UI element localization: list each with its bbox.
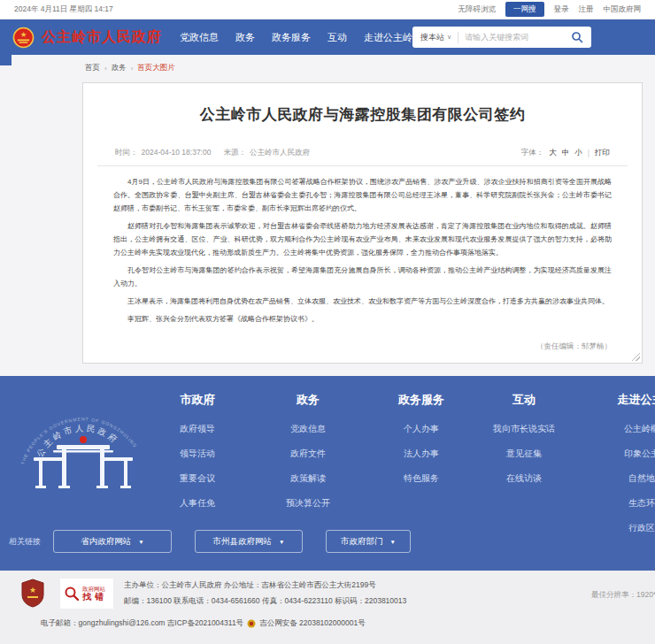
- breadcrumb-current: 首页大图片: [137, 63, 175, 73]
- breadcrumb-government[interactable]: 政务: [112, 63, 127, 73]
- badge-action-text: 找错: [82, 592, 107, 602]
- footer-link[interactable]: 在线访谈: [473, 472, 575, 485]
- breadcrumb-separator-icon: ›: [104, 65, 107, 73]
- datetime-text: 2024年 4月11日 星期四 14:17: [14, 4, 113, 15]
- best-resolution-text: 最佳分辨率：1920*1080: [591, 590, 655, 601]
- provincial-sites-dropdown[interactable]: 省内政府网站 ▼: [53, 530, 172, 553]
- footer-link[interactable]: 政策解读: [257, 472, 359, 485]
- footer-link[interactable]: 特色服务: [370, 472, 473, 485]
- divider: [458, 32, 458, 43]
- footer-link[interactable]: 个人办事: [370, 423, 473, 435]
- footer-link[interactable]: 公主岭概况: [595, 423, 655, 435]
- svg-text:★: ★: [20, 29, 27, 38]
- bottom-info-bar: ★ 政府网站 找错 主办单位：公主岭市人民政府 办公地址：吉林省公主岭市西公主大…: [0, 571, 655, 644]
- footer-link[interactable]: 生态环境: [595, 497, 655, 510]
- breadcrumb-home[interactable]: 首页: [85, 63, 100, 73]
- gov-shield-logo-icon: ★: [21, 579, 44, 608]
- article-body: 4月9日，公主岭市人民政府与海露控股集团有限公司签署战略合作框架协议，围绕涉农产…: [83, 166, 642, 326]
- font-size-medium-button[interactable]: 中: [562, 148, 570, 158]
- dropdown-label: 市州县政府网站: [213, 536, 273, 548]
- search-box: 搜本站 ∨: [412, 27, 591, 48]
- svg-text:★: ★: [29, 586, 36, 594]
- article-paragraph: 4月9日，公主岭市人民政府与海露控股集团有限公司签署战略合作框架协议，围绕涉农产…: [113, 175, 612, 215]
- badge-site-text: 政府网站: [82, 586, 107, 592]
- side-widget[interactable]: [0, 55, 12, 65]
- footer-link[interactable]: 预决算公开: [257, 497, 359, 510]
- footer-column-government: 政务 党政信息 政府文件 政策解读 预决算公开: [257, 392, 359, 522]
- search-scope-dropdown[interactable]: 搜本站 ∨: [420, 32, 451, 43]
- resize-grip-icon[interactable]: [632, 353, 640, 361]
- article-paragraph: 李冠辉、张兴金分别代表双方签署《战略合作框架协议书》。: [113, 312, 612, 326]
- footer-link[interactable]: 行政区划: [595, 522, 655, 534]
- footer-column-title[interactable]: 走进公主岭: [595, 392, 655, 408]
- print-button[interactable]: 打印: [595, 148, 610, 158]
- footer-column-services: 政务服务 个人办事 法人办事 特色服务: [370, 392, 473, 497]
- email-icp-text: 电子邮箱：gongzhulingshi@126.com 吉ICP备2021004…: [41, 618, 243, 629]
- national-emblem-icon: ★: [12, 27, 35, 49]
- site-title[interactable]: 公主岭市人民政府: [42, 28, 162, 47]
- email-icp-line: 电子邮箱：gongzhulingshi@126.com 吉ICP备2021004…: [41, 618, 366, 629]
- footer-link[interactable]: 印象公主岭: [595, 448, 655, 460]
- article-title: 公主岭市人民政府与海露控股集团有限公司签约: [83, 104, 642, 125]
- nav-item-party-info[interactable]: 党政信息: [180, 31, 219, 44]
- nav-item-government[interactable]: 政务: [235, 31, 255, 44]
- source-label: 来源：: [223, 148, 246, 157]
- chevron-down-icon: ∨: [447, 34, 451, 41]
- font-size-small-button[interactable]: 小: [574, 148, 582, 158]
- county-sites-dropdown[interactable]: 市州县政府网站 ▼: [195, 530, 303, 553]
- footer-link[interactable]: 重要会议: [146, 472, 249, 485]
- footer-link[interactable]: 自然地理: [595, 472, 655, 485]
- accessibility-link[interactable]: 无障碍浏览: [458, 4, 497, 15]
- footer-column-title[interactable]: 市政府: [146, 392, 249, 408]
- article-meta-right: 字体： 大 中 小 | 打印: [521, 148, 610, 158]
- error-finder-magnifier-icon: [64, 586, 80, 602]
- nav-item-interaction[interactable]: 互动: [328, 31, 347, 44]
- search-input[interactable]: [465, 33, 568, 42]
- security-record-link[interactable]: 吉公网安备 22038102000001号: [259, 618, 366, 629]
- article-paragraph: 王冰星表示，海露集团将利用自身优势在农产品销售、立体农服、农业技术、农业和数字资…: [113, 295, 612, 308]
- contact-line: 邮编：136100 联系电话：0434-6561660 传真：0434-6223…: [124, 596, 406, 607]
- quick-search-button[interactable]: 一网搜: [505, 2, 544, 17]
- dropdown-label: 市政府部门: [341, 536, 383, 548]
- footer-link[interactable]: 法人办事: [370, 448, 473, 460]
- caret-down-icon: ▼: [138, 539, 143, 545]
- site-header: ★ 公主岭市人民政府 党政信息 政务 政务服务 互动 走进公主岭 搜本站 ∨: [0, 19, 655, 55]
- article-meta-left: 时间：2024-04-10 18:37:00来源：公主岭市人民政府: [115, 148, 313, 158]
- footer-link[interactable]: 我向市长说实话: [473, 423, 575, 435]
- footer-column-title[interactable]: 互动: [473, 392, 575, 408]
- publish-time: 2024-04-10 18:37:00: [142, 148, 212, 157]
- footer-column-interaction: 互动 我向市长说实话 意见征集 在线访谈: [473, 392, 575, 497]
- article-paragraph: 孔令智对公主岭市与海露集团的签约合作表示祝贺，希望海露集团充分施展自身所长，调动…: [113, 264, 612, 290]
- footer-link[interactable]: 人事任免: [146, 497, 249, 510]
- article-meta-row: 时间：2024-04-10 18:37:00来源：公主岭市人民政府 字体： 大 …: [97, 148, 628, 166]
- police-badge-icon: [247, 619, 256, 628]
- nav-item-about-city[interactable]: 走进公主岭: [364, 31, 412, 44]
- footer-link[interactable]: 党政信息: [257, 423, 359, 435]
- site-error-report-badge[interactable]: 政府网站 找错: [60, 579, 113, 609]
- caret-down-icon: ▼: [390, 539, 396, 545]
- dropdown-label: 省内政府网站: [81, 536, 131, 548]
- register-link[interactable]: 注册: [579, 4, 594, 15]
- source-value: 公主岭市人民政府: [250, 148, 310, 157]
- footer-link[interactable]: 政府文件: [257, 448, 359, 460]
- host-address-line: 主办单位：公主岭市人民政府 办公地址：吉林省公主岭市西公主大街2199号: [124, 580, 376, 591]
- utility-bar: 2024年 4月11日 星期四 14:17 无障碍浏览 一网搜 登录 注册 中国…: [0, 0, 655, 19]
- time-label: 时间：: [115, 148, 138, 157]
- editor-note: （责任编辑：邹梦楠）: [536, 341, 612, 352]
- footer-column-title[interactable]: 政务服务: [370, 392, 473, 408]
- footer-link[interactable]: 领导活动: [146, 448, 249, 460]
- nav-item-services[interactable]: 政务服务: [272, 31, 311, 44]
- font-size-large-button[interactable]: 大: [549, 148, 557, 158]
- footer-column-city-gov: 市政府 政府领导 领导活动 重要会议 人事任免: [146, 392, 249, 522]
- login-link[interactable]: 登录: [554, 4, 569, 15]
- search-button[interactable]: [568, 28, 586, 46]
- footer-column-title[interactable]: 政务: [257, 392, 359, 408]
- related-links-label: 相关链接: [9, 536, 41, 548]
- departments-dropdown[interactable]: 市政府部门 ▼: [326, 530, 411, 553]
- divider: |: [588, 149, 590, 157]
- footer-link[interactable]: 政府领导: [146, 423, 249, 435]
- footer-link[interactable]: 意见征集: [473, 448, 575, 460]
- article-paragraph: 赵师猎对孔令智和海露集团表示诚挚欢迎，对台盟吉林省委会牵线搭桥助力地方经济发展表…: [113, 219, 612, 259]
- article-card: 公主岭市人民政府与海露控股集团有限公司签约 时间：2024-04-10 18:3…: [82, 82, 643, 364]
- china-gov-link[interactable]: 中国政府网: [604, 4, 642, 15]
